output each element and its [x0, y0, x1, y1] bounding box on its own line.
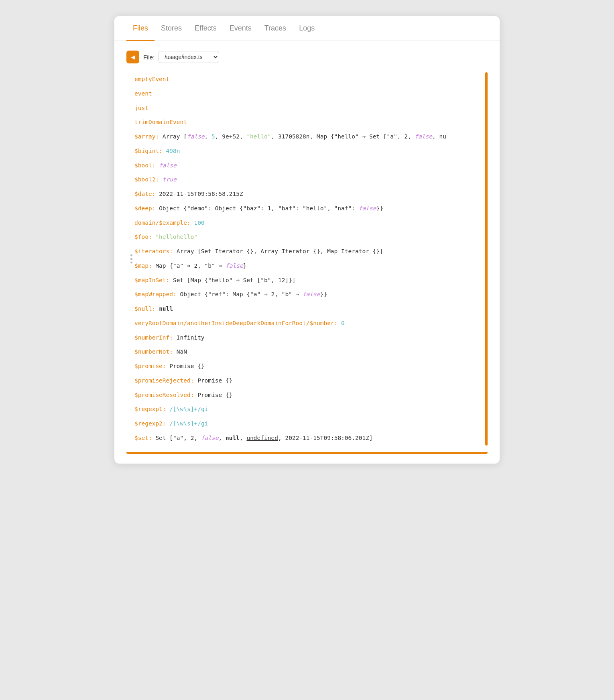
- scrollbar-accent[interactable]: [485, 72, 488, 446]
- file-select[interactable]: /usage/index.ts: [159, 51, 219, 63]
- list-item: $map: Map {"a" ⇒ 2, "b" ⇒ false}: [134, 259, 488, 273]
- entry-value: Set ["a", 2, false, null, undefined, 202…: [155, 435, 372, 441]
- entry-key: $bool:: [134, 162, 155, 169]
- list-item: $foo: "hellohello": [134, 230, 488, 244]
- entry-value: 498n: [166, 148, 180, 154]
- list-item: $promiseResolved: Promise {}: [134, 388, 488, 403]
- tab-effects[interactable]: Effects: [188, 16, 223, 41]
- back-button[interactable]: ◀: [126, 51, 139, 63]
- entry-value: 100: [194, 220, 204, 226]
- list-item: $set: Set ["a", 2, false, null, undefine…: [134, 431, 488, 446]
- entry-key: $regexp2:: [134, 420, 166, 427]
- list-item: veryRootDomain/anotherInsideDeepDarkDoma…: [134, 316, 488, 331]
- list-item: $deep: Object {"demo": Object {"baz": 1,…: [134, 201, 488, 216]
- entry-key: $bool2:: [134, 176, 159, 183]
- entry-value: Object {"demo": Object {"baz": 1, "baf":…: [159, 205, 383, 212]
- entry-value: true: [163, 176, 177, 183]
- dot-3: [130, 261, 132, 263]
- list-item: $array: Array [false, 5, 9e+52, "hello",…: [134, 130, 488, 144]
- list-item: domain/$example: 100: [134, 216, 488, 230]
- entry-value: Promise {}: [197, 392, 232, 398]
- list-item: $numberNot: NaN: [134, 345, 488, 359]
- entry-value: null: [159, 305, 173, 312]
- list-item: $iterators: Array [Set Iterator {}, Arra…: [134, 244, 488, 259]
- entry-key: $iterators:: [134, 248, 173, 254]
- entry-value: Object {"ref": Map {"a" ⇒ 2, "b" ⇒ false…: [180, 291, 327, 297]
- file-bar: ◀ File: /usage/index.ts: [126, 51, 488, 63]
- entry-key: $numberInf:: [134, 334, 173, 341]
- tab-stores[interactable]: Stores: [155, 16, 188, 41]
- list-item: $null: null: [134, 302, 488, 316]
- entry-value: Array [Set Iterator {}, Array Iterator {…: [177, 248, 383, 254]
- bottom-bar: [126, 452, 488, 454]
- entry-key: domain/$example:: [134, 220, 191, 226]
- list-item: $bigint: 498n: [134, 144, 488, 159]
- list-item: $promiseRejected: Promise {}: [134, 374, 488, 388]
- dot-1: [130, 254, 132, 256]
- list-item: $bool2: true: [134, 173, 488, 187]
- file-label: File:: [143, 54, 155, 61]
- entry-key: $deep:: [134, 205, 155, 212]
- main-panel: Files Stores Effects Events Traces Logs …: [114, 16, 500, 464]
- list-item: event: [134, 87, 488, 101]
- entry-key: $bigint:: [134, 148, 163, 154]
- tab-events[interactable]: Events: [223, 16, 258, 41]
- entry-value: Promise {}: [169, 363, 204, 369]
- entry-value: Set [Map {"hello" ⇒ Set ["b", 12]}]: [173, 277, 296, 283]
- entry-key: $foo:: [134, 234, 152, 240]
- entry-value: /[\w\s]+/gi: [169, 420, 208, 427]
- entry-key: $promise:: [134, 363, 166, 369]
- side-dots: [130, 254, 132, 263]
- entry-value: "hellohello": [155, 234, 197, 240]
- list-item: just: [134, 101, 488, 116]
- tab-traces[interactable]: Traces: [258, 16, 293, 41]
- entry-value: 0: [341, 320, 345, 326]
- entry-value: Map {"a" ⇒ 2, "b" ⇒ false}: [155, 262, 246, 269]
- entry-key: veryRootDomain/anotherInsideDeepDarkDoma…: [134, 320, 337, 326]
- entry-key: $promiseResolved:: [134, 392, 194, 398]
- entry-key: $mapWrapped:: [134, 291, 177, 297]
- entry-value: NaN: [177, 348, 187, 355]
- entries-wrapper: emptyEvent event just trimDomainEvent $a…: [126, 72, 488, 446]
- entry-value: /[\w\s]+/gi: [169, 406, 208, 412]
- tab-logs[interactable]: Logs: [293, 16, 321, 41]
- list-item: $mapInSet: Set [Map {"hello" ⇒ Set ["b",…: [134, 273, 488, 288]
- entry-value: false: [159, 162, 177, 169]
- list-item: $regexp1: /[\w\s]+/gi: [134, 402, 488, 417]
- entry-value: 2022-11-15T09:58:58.215Z: [159, 191, 243, 197]
- tab-files[interactable]: Files: [126, 16, 155, 41]
- entry-key: $regexp1:: [134, 406, 166, 412]
- entry-key: $set:: [134, 435, 152, 441]
- entry-key: $mapInSet:: [134, 277, 169, 283]
- entry-value: Infinity: [177, 334, 205, 341]
- entry-key: $null:: [134, 305, 155, 312]
- list-item: $promise: Promise {}: [134, 359, 488, 374]
- entries-list: emptyEvent event just trimDomainEvent $a…: [134, 72, 488, 446]
- entry-key: $promiseRejected:: [134, 377, 194, 384]
- entry-key: $array:: [134, 133, 159, 140]
- tab-bar: Files Stores Effects Events Traces Logs: [114, 16, 500, 41]
- list-item: $mapWrapped: Object {"ref": Map {"a" ⇒ 2…: [134, 287, 488, 302]
- content-area: ◀ File: /usage/index.ts emptyEvent event…: [114, 41, 500, 464]
- entry-key: $numberNot:: [134, 348, 173, 355]
- entry-value: Promise {}: [197, 377, 232, 384]
- list-item: trimDomainEvent: [134, 115, 488, 130]
- list-item: $regexp2: /[\w\s]+/gi: [134, 417, 488, 431]
- entry-key: $map:: [134, 262, 152, 269]
- list-item: $bool: false: [134, 159, 488, 173]
- entry-value: Array [false, 5, 9e+52, "hello", 3170582…: [163, 133, 446, 140]
- entry-key: $date:: [134, 191, 155, 197]
- list-item: emptyEvent: [134, 72, 488, 87]
- list-item: $numberInf: Infinity: [134, 331, 488, 345]
- dot-2: [130, 258, 132, 260]
- list-item: $date: 2022-11-15T09:58:58.215Z: [134, 187, 488, 201]
